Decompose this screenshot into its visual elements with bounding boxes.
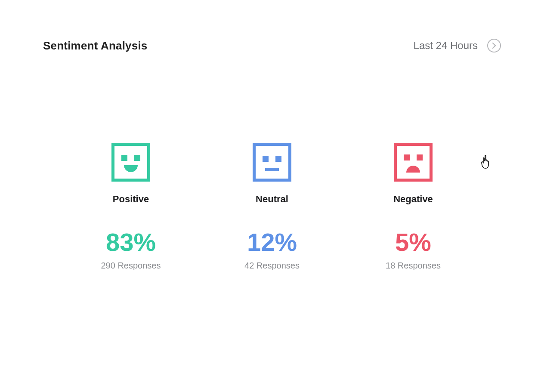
time-range-label: Last 24 Hours: [414, 40, 478, 52]
sentiment-label: Negative: [393, 194, 433, 205]
smile-face-icon: [111, 143, 150, 182]
sentiment-responses: 42 Responses: [244, 261, 300, 271]
sentiment-label: Positive: [113, 194, 149, 205]
sentiment-analysis-card: Sentiment Analysis Last 24 Hours Positiv…: [0, 0, 544, 392]
sentiment-responses: 18 Responses: [386, 261, 441, 271]
sentiment-label: Neutral: [256, 194, 288, 205]
sentiment-metric-positive[interactable]: Positive 83% 290 Responses: [71, 143, 191, 271]
chevron-right-icon: [491, 42, 497, 49]
sentiment-metrics-row: Positive 83% 290 Responses Neutral 12% 4…: [43, 143, 501, 271]
sentiment-percent: 12%: [247, 230, 297, 255]
sentiment-responses: 290 Responses: [101, 261, 161, 271]
frown-face-icon: [394, 143, 433, 182]
card-title: Sentiment Analysis: [43, 39, 148, 52]
sentiment-metric-negative[interactable]: Negative 5% 18 Responses: [353, 143, 473, 271]
neutral-face-icon: [253, 143, 291, 182]
time-range-next-button[interactable]: [487, 39, 501, 52]
card-header: Sentiment Analysis Last 24 Hours: [43, 39, 501, 52]
time-range-group: Last 24 Hours: [414, 39, 501, 52]
sentiment-percent: 83%: [106, 230, 156, 255]
sentiment-percent: 5%: [395, 230, 431, 255]
sentiment-metric-neutral[interactable]: Neutral 12% 42 Responses: [212, 143, 332, 271]
